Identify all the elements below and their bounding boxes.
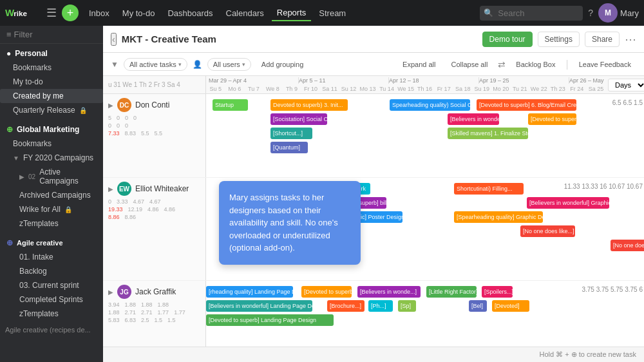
topnav: W rike ☰ + Inbox My to-do Dashboards Cal… [0, 0, 644, 26]
filter-label: Filter [14, 30, 33, 39]
task-bar[interactable]: [Brochure...] [327, 300, 365, 312]
task-bar[interactable]: [Believers in wonderful] Landing Page De… [206, 300, 312, 312]
task-bar[interactable]: [Devoted] [492, 300, 529, 312]
table-row: ▶ DC Don Conti 5000 000 7.338.835.55.5 [103, 94, 644, 178]
task-bar[interactable]: [Little Right Factor] P... [426, 286, 477, 298]
nav-inbox[interactable]: Inbox [84, 6, 115, 21]
nav-calendars[interactable]: Calendars [221, 6, 269, 21]
filter-icon: ≡ [6, 30, 12, 39]
task-bar[interactable]: [Believers in wonde... [448, 113, 499, 125]
sidebar-item-mytodo[interactable]: My to-do [0, 75, 103, 89]
divider: | [566, 59, 569, 70]
task-bar[interactable]: Spearheading quality) Social Con... [390, 99, 470, 111]
sidebar-item-agile-recipes[interactable]: Agile creative (recipes de... [0, 323, 103, 336]
sidebar-item-completed-sprints[interactable]: Completed Sprints [0, 292, 103, 307]
avatar-elliot: EW [117, 182, 131, 196]
app-logo[interactable]: W rike [5, 6, 37, 20]
active-campaigns-prefix: 02 [28, 173, 35, 180]
users-filter-chip[interactable]: All users ▾ [207, 58, 251, 71]
status-bar: Hold ⌘ + ⊕ to create new task [103, 347, 644, 362]
task-bar[interactable]: [Believers in wonderful] Graphic D... [527, 197, 609, 209]
sidebar-item-wrike-for-all[interactable]: Wrike for All 🔒 [0, 202, 103, 216]
task-bar[interactable]: [Devoted to superb] - [301, 286, 352, 298]
sidebar-item-global-bookmarks[interactable]: Bookmarks [0, 137, 103, 151]
task-bar[interactable]: [Bel] [469, 300, 487, 312]
task-bar[interactable]: [Shortcut...] [270, 128, 312, 139]
global-marketing-section: ⊕ Global Marketing Bookmarks ▼ FY 2020 C… [0, 120, 103, 233]
task-bar[interactable]: Startup [213, 99, 248, 111]
row-numbers: 6.5 6.5 1.5 [612, 99, 643, 106]
help-button[interactable]: ? [585, 5, 596, 21]
sidebar-item-created-by-me[interactable]: Created by me [0, 89, 103, 103]
expand-all-button[interactable]: Expand all [397, 59, 440, 70]
demo-tour-button[interactable]: Demo tour [482, 32, 533, 47]
chevron-icon[interactable]: ▶ [108, 186, 113, 193]
back-button[interactable]: ‹ [111, 33, 117, 46]
sidebar-item-agile-creative[interactable]: ⊕ Agile creative [0, 236, 103, 250]
task-bar[interactable]: [Spearheading quality] Graphic Design Wo… [454, 211, 543, 223]
nav-mytodo[interactable]: My to-do [117, 6, 160, 21]
days-control: Days [605, 76, 644, 93]
task-bar[interactable]: [No one does lik...] [611, 240, 644, 251]
task-bar[interactable]: [Ph...] [368, 300, 393, 312]
tasks-filter-chip[interactable]: All active tasks ▾ [124, 58, 187, 71]
task-bar[interactable]: [Spoilers...] [482, 286, 513, 298]
username-label[interactable]: Mary [620, 8, 639, 18]
task-bar[interactable]: [Skilled mavens] 1. Finalize Storyboard [448, 128, 528, 139]
search-input[interactable] [480, 6, 583, 21]
more-options-icon[interactable]: ⋯ [625, 32, 636, 46]
task-bar[interactable]: [rheading quality] Landing Page Design [206, 286, 293, 298]
leave-feedback-button[interactable]: Leave Feedback [574, 59, 636, 70]
sidebar-item-fy2020[interactable]: ▼ FY 2020 Campaigns [0, 151, 103, 165]
sidebar-item-archived-campaigns[interactable]: Archived Campaigns [0, 188, 103, 202]
nav-stream[interactable]: Stream [314, 6, 351, 21]
person-numbers-don3: 7.338.835.55.5 [108, 130, 200, 137]
share-button[interactable]: Share [585, 32, 620, 47]
sidebar-item-backlog[interactable]: Backlog [0, 264, 103, 278]
sidebar-filter[interactable]: ≡ Filter [0, 26, 103, 44]
tooltip-popup: Mary assigns tasks to her designers base… [219, 181, 361, 265]
avatar-don: DC [117, 98, 131, 112]
task-bar[interactable]: [Believers in wonde...] [357, 286, 421, 298]
sidebar-item-active-campaigns[interactable]: ▶ 02 Active Campaigns [0, 165, 103, 188]
gantt-chart-don: Startup Devoted to superb) 3. Init... Sp… [206, 94, 644, 177]
sync-icon[interactable]: ⇄ [498, 59, 506, 70]
content-area: ‹ MKT - Creative Team Demo tour Settings… [103, 26, 644, 362]
sidebar-item-bookmarks[interactable]: Bookmarks [0, 61, 103, 75]
task-bar[interactable]: [Quantum] [270, 142, 308, 153]
task-bar[interactable]: [Devoted to superb] 6. Blog/Email Creati… [477, 99, 576, 111]
backlog-box-button[interactable]: Backlog Box [511, 59, 560, 70]
sidebar-item-personal[interactable]: ● Personal [0, 46, 103, 61]
person-numbers-elliot3: 8.868.86 [108, 214, 200, 220]
sidebar-item-ztemplates-agile[interactable]: zTemplates [0, 307, 103, 321]
nav-reports[interactable]: Reports [272, 5, 312, 21]
gantt-body: ▶ DC Don Conti 5000 000 7.338.835.55.5 [103, 94, 644, 347]
collapse-all-button[interactable]: Collapse all [446, 59, 493, 70]
sidebar-item-quarterly-release[interactable]: Quarterly Release 🔒 [0, 103, 103, 117]
task-bar[interactable]: [Socistation] Social Co... [270, 113, 327, 125]
hamburger-menu-button[interactable]: ☰ [44, 5, 59, 21]
avatar[interactable]: M [598, 3, 618, 23]
days-select[interactable]: Days [608, 79, 644, 91]
nav-dashboards[interactable]: Dashboards [162, 6, 218, 21]
sidebar-item-ztemplates-global[interactable]: zTemplates [0, 216, 103, 231]
sidebar-item-intake[interactable]: 01. Intake [0, 250, 103, 264]
task-bar[interactable]: [No one does like...] [520, 225, 575, 237]
task-bar[interactable]: [Devoted to superb] S... [528, 113, 576, 125]
add-grouping-button[interactable]: Add grouping [256, 59, 308, 70]
task-bar[interactable]: [Sp] [398, 300, 416, 312]
task-bar[interactable]: Devoted to superb) 3. Init... [270, 99, 348, 111]
person-name-jack: Jack Graffik [135, 287, 176, 296]
task-bar[interactable]: Shortcutinati) Filling... [454, 183, 524, 195]
sidebar-item-global-marketing[interactable]: ⊕ Global Marketing [0, 122, 103, 137]
person-name-don: Don Conti [135, 100, 169, 110]
add-button[interactable]: + [62, 5, 79, 21]
chevron-icon[interactable]: ▶ [108, 289, 113, 296]
table-row: ▶ EW Elliot Whiteaker 03.334.674.67 19.3… [103, 178, 644, 281]
filter-tasks-icon: ▼ [111, 60, 118, 69]
sidebar-item-current-sprint[interactable]: 03. Current sprint [0, 278, 103, 292]
settings-button[interactable]: Settings [538, 32, 580, 47]
row-numbers: 3.75 3.75 5.75 3.75 6 [582, 286, 643, 293]
chevron-icon[interactable]: ▶ [108, 102, 113, 109]
task-bar[interactable]: [Devoted to superb] Landing Page Design [206, 314, 334, 326]
